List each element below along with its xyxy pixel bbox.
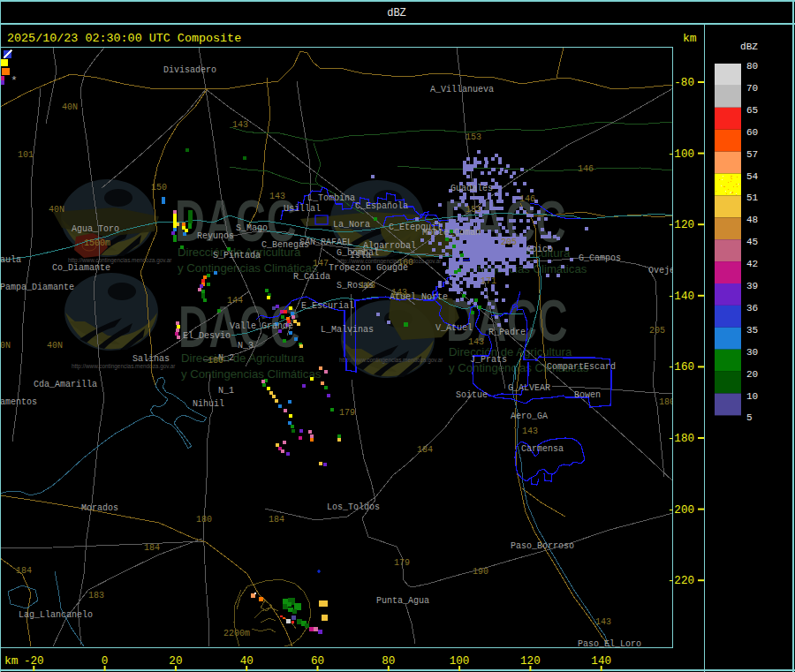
svg-text:Cda_Amarilla: Cda_Amarilla [34,380,97,389]
svg-text:-140: -140 [668,291,694,303]
svg-text:143: 143 [522,427,538,436]
svg-text:N_1: N_1 [218,386,234,396]
svg-text:183: 183 [88,591,104,600]
svg-text:R_Padre: R_Padre [488,328,526,337]
svg-text:40N: 40N [49,205,64,215]
svg-text:184: 184 [417,445,433,455]
svg-text:48: 48 [746,215,758,225]
svg-text:km: km [4,654,19,668]
svg-text:Divisadero: Divisadero [163,65,216,75]
svg-text:Usillal: Usillal [284,204,321,214]
svg-text:Lag_Llancanelo: Lag_Llancanelo [19,610,93,620]
svg-text:-20: -20 [24,655,44,668]
svg-text:Dirección de Agricultura: Dirección de Agricultura [181,351,305,365]
svg-text:184: 184 [16,566,32,576]
svg-text:Goico: Goico [526,245,553,254]
svg-text:-220: -220 [668,575,694,587]
svg-text:0: 0 [102,655,109,668]
svg-text:10: 10 [746,391,758,402]
svg-text:Isla: Isla [350,251,371,260]
svg-text:Paso_Borroso: Paso_Borroso [511,541,574,551]
svg-text:Oveje: Oveje [648,266,675,276]
svg-text:179: 179 [394,558,410,568]
svg-text:El_Desvio: El_Desvio [183,331,231,341]
svg-text:150: 150 [151,183,167,193]
svg-text:Los_Toldos: Los_Toldos [327,502,380,512]
svg-text:60: 60 [746,127,758,138]
svg-text:171: 171 [481,276,496,286]
svg-text:40N: 40N [62,102,78,112]
svg-text:Punta_Agua: Punta_Agua [376,596,429,606]
svg-text:L_Tombina: L_Tombina [307,193,355,203]
svg-text:-120: -120 [668,219,694,231]
svg-text:184: 184 [144,543,160,553]
svg-text:51: 51 [746,193,759,203]
svg-text:39: 39 [746,281,758,291]
svg-text:-200: -200 [668,504,694,517]
svg-text:184: 184 [269,515,284,525]
svg-text:143: 143 [269,192,285,201]
svg-text:aula: aula [0,255,21,265]
svg-text:42: 42 [746,259,758,269]
svg-text:65: 65 [746,105,758,116]
svg-text:143: 143 [468,337,484,347]
svg-text:144: 144 [227,296,243,306]
svg-text:Co_Diamante: Co_Diamante [52,263,110,273]
svg-text:147: 147 [313,259,329,268]
svg-text:-80: -80 [674,77,694,89]
svg-text:-180: -180 [668,433,694,445]
svg-text:40N: 40N [47,341,63,351]
svg-text:146: 146 [519,194,535,204]
svg-text:dBZ: dBZ [387,7,406,19]
svg-text:C_Española: C_Española [355,201,408,211]
svg-text:57: 57 [746,149,758,160]
svg-text:Morados: Morados [81,503,118,513]
svg-text:143: 143 [232,120,248,130]
svg-text:http://www.contingencias.mendo: http://www.contingencias.mendoza.gov.ar [339,357,443,364]
svg-text:-100: -100 [668,148,694,161]
svg-text:N_3: N_3 [238,341,254,351]
svg-text:2025/10/23 02:30:00 UTC Compos: 2025/10/23 02:30:00 UTC Composite [7,32,241,45]
svg-text:Dirección de Agricultura: Dirección de Agricultura [449,345,572,359]
svg-text:80: 80 [746,61,758,72]
svg-text:20: 20 [169,655,182,668]
svg-text:40: 40 [240,655,254,668]
svg-text:S_Mago: S_Mago [236,223,268,233]
svg-text:km: km [683,32,697,45]
svg-text:Pampa_Diamante: Pampa_Diamante [0,283,74,292]
svg-text:Guadales: Guadales [450,184,493,193]
svg-text:Monte_Coman: Monte_Coman [422,228,481,238]
svg-text:143: 143 [391,288,407,298]
svg-text:153: 153 [466,205,481,215]
svg-text:A_Villanueva: A_Villanueva [430,85,494,94]
svg-text:30: 30 [746,347,758,358]
svg-text:Tropezon Gougde: Tropezon Gougde [329,263,408,273]
svg-text:G_Campos: G_Campos [579,253,621,263]
svg-text:Agua_Toro: Agua_Toro [72,224,119,234]
svg-text:70: 70 [746,83,758,94]
svg-text:CompartEscard: CompartEscard [547,362,616,372]
svg-text:2200m: 2200m [223,629,250,638]
svg-text:5: 5 [746,412,753,423]
svg-text:S_Pintada: S_Pintada [213,251,261,260]
svg-text:35: 35 [746,325,758,336]
svg-text:J_Prats: J_Prats [470,355,507,365]
svg-text:http://www.contingencias.mendo: http://www.contingencias.mendoza.gov.ar [72,363,176,370]
svg-text:120: 120 [520,655,541,668]
svg-text:-160: -160 [668,361,694,374]
svg-text:0N: 0N [0,341,11,351]
svg-text:G_ALVEAR: G_ALVEAR [508,383,550,393]
svg-text:*: * [11,74,18,87]
svg-text:153: 153 [466,132,481,142]
svg-text:V_Atuel: V_Atuel [435,323,473,333]
svg-text:1500m: 1500m [84,238,110,248]
svg-text:Salinas: Salinas [132,354,170,364]
svg-text:R_Caída: R_Caída [293,272,330,282]
svg-text:143: 143 [360,281,375,291]
svg-text:L_Malvinas: L_Malvinas [321,325,374,335]
svg-text:180: 180 [208,356,223,366]
svg-text:amentos: amentos [0,397,37,407]
svg-text:Bowen: Bowen [574,390,601,400]
svg-text:143: 143 [595,617,611,627]
svg-text:E_Escurial: E_Escurial [301,301,354,311]
